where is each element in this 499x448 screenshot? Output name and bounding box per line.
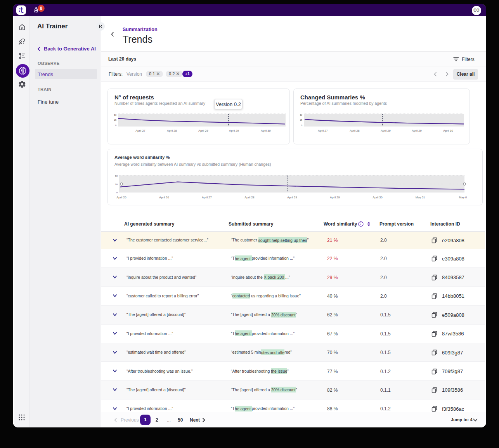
- svg-text:April 27: April 27: [202, 196, 211, 199]
- svg-text:60: 60: [115, 175, 118, 177]
- svg-text:April 28: April 28: [350, 129, 359, 132]
- svg-text:April 27: April 27: [318, 129, 327, 132]
- svg-text:April 28: April 28: [244, 196, 254, 199]
- svg-text:April 29: April 29: [287, 196, 297, 199]
- svg-text:May 01: May 01: [416, 196, 425, 199]
- svg-text:8: 8: [40, 6, 42, 10]
- svg-text:April 26: April 26: [116, 196, 126, 199]
- svg-text:0: 0: [116, 191, 118, 194]
- svg-text:April 29: April 29: [412, 129, 421, 132]
- svg-text:April 30: April 30: [373, 196, 382, 199]
- svg-text:April 29: April 29: [198, 129, 208, 132]
- svg-text:25: 25: [114, 119, 116, 121]
- svg-text:25: 25: [300, 119, 302, 121]
- svg-text:April 26: April 26: [159, 196, 169, 199]
- svg-text:0: 0: [115, 124, 116, 127]
- svg-text:30: 30: [115, 183, 118, 186]
- svg-text:April 29: April 29: [229, 129, 239, 132]
- svg-text:May 0: May 0: [459, 196, 467, 199]
- svg-text:50: 50: [300, 114, 302, 116]
- svg-text:April 28: April 28: [167, 129, 177, 132]
- svg-text:April 29: April 29: [381, 129, 390, 132]
- svg-text:April 30: April 30: [443, 129, 453, 132]
- svg-text:50: 50: [114, 114, 116, 116]
- svg-text:April 27: April 27: [135, 129, 145, 132]
- svg-text:April 29: April 29: [330, 196, 340, 199]
- svg-text:0: 0: [301, 124, 302, 127]
- svg-text:April 30: April 30: [261, 129, 270, 132]
